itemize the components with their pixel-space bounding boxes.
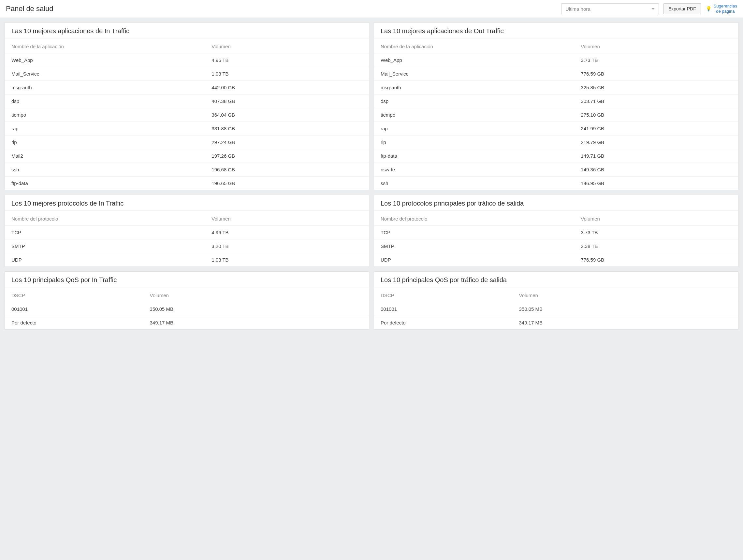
cell-volume: 776.59 GB bbox=[574, 67, 738, 81]
cell-volume: 3.73 TB bbox=[574, 53, 738, 67]
table-row: TCP 4.96 TB bbox=[5, 226, 369, 239]
cell-proto-name: TCP bbox=[5, 226, 205, 239]
table-row: Por defecto 349.17 MB bbox=[5, 316, 369, 330]
table-row: ftp-data 149.71 GB bbox=[374, 149, 738, 163]
in-qos-table: DSCP Volumen 001001 350.05 MB Por defect… bbox=[5, 287, 369, 329]
col-dscp[interactable]: DSCP bbox=[5, 287, 143, 302]
cell-app-name: Mail2 bbox=[5, 149, 205, 163]
col-volume[interactable]: Volumen bbox=[205, 38, 369, 53]
cell-app-name: rap bbox=[374, 122, 574, 136]
table-row: tiempo 364.04 GB bbox=[5, 108, 369, 122]
table-row: Web_App 4.96 TB bbox=[5, 53, 369, 67]
cell-proto-name: SMTP bbox=[5, 239, 205, 253]
cell-app-name: ssh bbox=[374, 177, 574, 190]
cell-app-name: dsp bbox=[5, 94, 205, 108]
cell-app-name: tiempo bbox=[5, 108, 205, 122]
cell-volume: 364.04 GB bbox=[205, 108, 369, 122]
cell-volume: 3.73 TB bbox=[574, 226, 738, 239]
table-row: 001001 350.05 MB bbox=[374, 302, 738, 316]
cell-volume: 1.03 TB bbox=[205, 67, 369, 81]
cell-volume: 275.10 GB bbox=[574, 108, 738, 122]
page-title: Panel de salud bbox=[6, 5, 53, 13]
in-apps-table: Nombre de la aplicación Volumen Web_App … bbox=[5, 38, 369, 190]
cell-dscp: 001001 bbox=[374, 302, 512, 316]
table-row: Mail2 197.26 GB bbox=[5, 149, 369, 163]
out-qos-table: DSCP Volumen 001001 350.05 MB Por defect… bbox=[374, 287, 738, 329]
time-range-select[interactable]: Ultima hora bbox=[561, 3, 659, 14]
cell-volume: 303.71 GB bbox=[574, 94, 738, 108]
cell-proto-name: TCP bbox=[374, 226, 574, 239]
cell-volume: 196.68 GB bbox=[205, 163, 369, 177]
out-proto-table: Nombre del protocolo Volumen TCP 3.73 TB… bbox=[374, 211, 738, 267]
lightbulb-icon: 💡 bbox=[705, 6, 712, 12]
cell-volume: 4.96 TB bbox=[205, 226, 369, 239]
col-volume[interactable]: Volumen bbox=[143, 287, 369, 302]
cell-volume: 1.03 TB bbox=[205, 253, 369, 267]
in-proto-table: Nombre del protocolo Volumen TCP 4.96 TB… bbox=[5, 211, 369, 267]
cell-volume: 776.59 GB bbox=[574, 253, 738, 267]
table-row: Mail_Service 776.59 GB bbox=[374, 67, 738, 81]
dashboard-grid: Las 10 mejores aplicaciones de In Traffi… bbox=[0, 18, 743, 334]
table-row: nsw-fe 149.36 GB bbox=[374, 163, 738, 177]
table-row: ssh 146.95 GB bbox=[374, 177, 738, 190]
cell-volume: 297.24 GB bbox=[205, 136, 369, 149]
cell-app-name: ftp-data bbox=[374, 149, 574, 163]
export-pdf-button[interactable]: Exportar PDF bbox=[663, 3, 701, 14]
cell-volume: 196.65 GB bbox=[205, 177, 369, 190]
cell-volume: 442.00 GB bbox=[205, 81, 369, 94]
panel-in-traffic-protocols: Los 10 mejores protocolos de In Traffic … bbox=[5, 195, 369, 267]
table-row: Por defecto 349.17 MB bbox=[374, 316, 738, 330]
col-proto-name[interactable]: Nombre del protocolo bbox=[374, 211, 574, 226]
cell-app-name: msg-auth bbox=[5, 81, 205, 94]
table-row: Web_App 3.73 TB bbox=[374, 53, 738, 67]
col-app-name[interactable]: Nombre de la aplicación bbox=[374, 38, 574, 53]
cell-volume: 3.20 TB bbox=[205, 239, 369, 253]
cell-volume: 331.88 GB bbox=[205, 122, 369, 136]
col-volume[interactable]: Volumen bbox=[574, 211, 738, 226]
panel-title: Los 10 protocolos principales por tráfic… bbox=[374, 195, 738, 211]
col-volume[interactable]: Volumen bbox=[205, 211, 369, 226]
col-volume[interactable]: Volumen bbox=[512, 287, 738, 302]
table-row: UDP 1.03 TB bbox=[5, 253, 369, 267]
header-controls: Ultima hora Exportar PDF 💡 Sugerencias d… bbox=[561, 3, 737, 14]
table-row: 001001 350.05 MB bbox=[5, 302, 369, 316]
table-row: msg-auth 325.85 GB bbox=[374, 81, 738, 94]
table-row: rap 331.88 GB bbox=[5, 122, 369, 136]
col-volume[interactable]: Volumen bbox=[574, 38, 738, 53]
table-row: ftp-data 196.65 GB bbox=[5, 177, 369, 190]
cell-app-name: tiempo bbox=[374, 108, 574, 122]
col-dscp[interactable]: DSCP bbox=[374, 287, 512, 302]
cell-volume: 349.17 MB bbox=[512, 316, 738, 330]
cell-app-name: Web_App bbox=[5, 53, 205, 67]
cell-app-name: rlp bbox=[5, 136, 205, 149]
table-row: dsp 407.38 GB bbox=[5, 94, 369, 108]
cell-volume: 4.96 TB bbox=[205, 53, 369, 67]
table-row: ssh 196.68 GB bbox=[5, 163, 369, 177]
panel-out-traffic-protocols: Los 10 protocolos principales por tráfic… bbox=[374, 195, 738, 267]
cell-volume: 241.99 GB bbox=[574, 122, 738, 136]
table-row: dsp 303.71 GB bbox=[374, 94, 738, 108]
table-row: TCP 3.73 TB bbox=[374, 226, 738, 239]
col-app-name[interactable]: Nombre de la aplicación bbox=[5, 38, 205, 53]
cell-proto-name: UDP bbox=[5, 253, 205, 267]
table-row: rlp 219.79 GB bbox=[374, 136, 738, 149]
cell-app-name: Mail_Service bbox=[5, 67, 205, 81]
table-row: rlp 297.24 GB bbox=[5, 136, 369, 149]
time-range-value: Ultima hora bbox=[565, 6, 591, 12]
page-suggestions-link[interactable]: 💡 Sugerencias de página bbox=[705, 4, 737, 14]
cell-volume: 149.36 GB bbox=[574, 163, 738, 177]
suggest-label-2: de página bbox=[716, 9, 735, 14]
cell-volume: 349.17 MB bbox=[143, 316, 369, 330]
table-row: msg-auth 442.00 GB bbox=[5, 81, 369, 94]
chevron-down-icon bbox=[651, 8, 655, 10]
cell-app-name: msg-auth bbox=[374, 81, 574, 94]
cell-volume: 2.38 TB bbox=[574, 239, 738, 253]
col-proto-name[interactable]: Nombre del protocolo bbox=[5, 211, 205, 226]
table-row: SMTP 3.20 TB bbox=[5, 239, 369, 253]
panel-title: Los 10 mejores protocolos de In Traffic bbox=[5, 195, 369, 211]
panel-title: Los 10 principales QoS por In Traffic bbox=[5, 272, 369, 287]
cell-volume: 407.38 GB bbox=[205, 94, 369, 108]
cell-volume: 146.95 GB bbox=[574, 177, 738, 190]
cell-dscp: 001001 bbox=[5, 302, 143, 316]
panel-in-traffic-apps: Las 10 mejores aplicaciones de In Traffi… bbox=[5, 22, 369, 190]
